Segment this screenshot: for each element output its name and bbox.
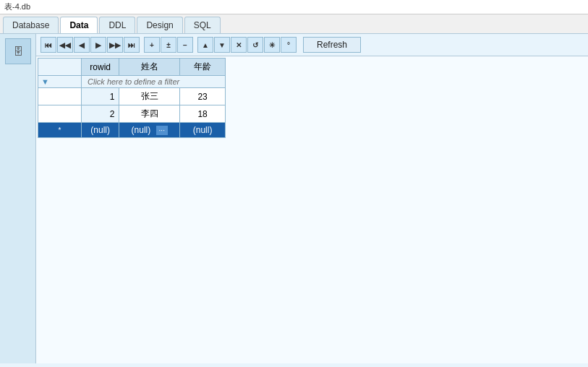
row-indicator-1 <box>38 88 82 105</box>
cancel-btn[interactable]: ✕ <box>231 37 247 53</box>
tab-bar: Database Data DDL Design SQL <box>0 14 588 34</box>
tab-ddl[interactable]: DDL <box>99 17 135 33</box>
first-btn[interactable]: ⏮ <box>41 37 56 53</box>
col-header-age: 年龄 <box>180 59 226 76</box>
edit-btn[interactable]: ± <box>161 37 176 53</box>
toolbar: ⏮ ◀◀ ◀ ▶ ▶▶ ⏭ + ± − ▲ ▼ ✕ ↺ ✳ ° Refresh <box>36 34 588 56</box>
refresh-button[interactable]: Refresh <box>303 37 361 53</box>
cell-rowid-2[interactable]: 2 <box>82 105 119 123</box>
col-header-rowid: rowid <box>82 59 119 76</box>
new-cell-age[interactable]: (null) <box>180 123 226 138</box>
new-cell-name[interactable]: (null) ··· <box>119 123 180 138</box>
cell-rowid-1[interactable]: 1 <box>82 88 119 105</box>
star1-btn[interactable]: ✳ <box>264 37 280 53</box>
add-btn[interactable]: + <box>144 37 160 53</box>
delete-btn[interactable]: − <box>177 37 193 53</box>
filter-row[interactable]: ▼ Click here to define a filter <box>38 76 226 88</box>
row-indicator-2 <box>38 105 82 123</box>
cell-name-2[interactable]: 李四 <box>119 105 180 123</box>
edit-dots-icon[interactable]: ··· <box>156 126 168 135</box>
next-many-btn[interactable]: ▶▶ <box>107 37 123 53</box>
new-row[interactable]: * (null) (null) ··· (null) <box>38 123 226 138</box>
main-area: 🗄 ⏮ ◀◀ ◀ ▶ ▶▶ ⏭ + ± − ▲ ▼ ✕ ↺ ✳ ° Refres… <box>0 34 588 363</box>
table-header-row: rowid 姓名 年龄 <box>38 59 226 76</box>
title-bar: 表-4.db <box>0 0 588 14</box>
cell-age-2[interactable]: 18 <box>180 105 226 123</box>
sidebar-icon-db[interactable]: 🗄 <box>5 38 31 64</box>
tab-sql[interactable]: SQL <box>184 17 221 33</box>
cell-name-1[interactable]: 张三 <box>119 88 180 105</box>
sidebar: 🗄 <box>0 34 36 363</box>
tab-database[interactable]: Database <box>3 17 59 33</box>
table-row[interactable]: 1 张三 23 <box>38 88 226 105</box>
prev-many-btn[interactable]: ◀◀ <box>57 37 73 53</box>
star2-btn[interactable]: ° <box>281 37 297 53</box>
next-btn[interactable]: ▶ <box>90 37 106 53</box>
table-area: rowid 姓名 年龄 ▼ Click here to define a fil… <box>36 56 588 363</box>
data-table: rowid 姓名 年龄 ▼ Click here to define a fil… <box>38 58 226 138</box>
tab-design[interactable]: Design <box>137 17 182 33</box>
filter-icon: ▼ <box>41 77 49 86</box>
title-text: 表-4.db <box>4 2 30 11</box>
down-btn[interactable]: ▼ <box>214 37 230 53</box>
filter-placeholder[interactable]: Click here to define a filter <box>82 76 226 88</box>
new-row-indicator: * <box>38 123 82 138</box>
table-row[interactable]: 2 李四 18 <box>38 105 226 123</box>
tab-data[interactable]: Data <box>60 17 98 33</box>
content-panel: ⏮ ◀◀ ◀ ▶ ▶▶ ⏭ + ± − ▲ ▼ ✕ ↺ ✳ ° Refresh <box>36 34 588 363</box>
col-header-name: 姓名 <box>119 59 180 76</box>
cell-age-1[interactable]: 23 <box>180 88 226 105</box>
new-cell-rowid[interactable]: (null) <box>82 123 119 138</box>
undo-btn[interactable]: ↺ <box>247 37 263 53</box>
prev-btn[interactable]: ◀ <box>74 37 90 53</box>
last-btn[interactable]: ⏭ <box>124 37 140 53</box>
up-btn[interactable]: ▲ <box>197 37 213 53</box>
